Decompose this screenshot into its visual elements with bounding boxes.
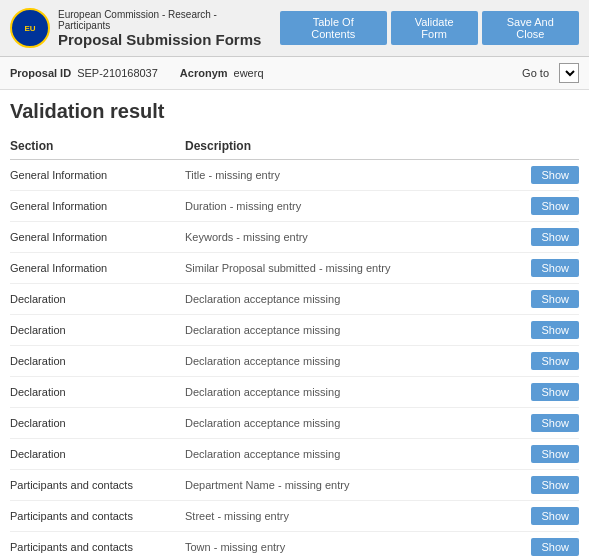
- table-row: DeclarationDeclaration acceptance missin…: [10, 408, 579, 439]
- show-button[interactable]: Show: [531, 259, 579, 277]
- show-button[interactable]: Show: [531, 166, 579, 184]
- header-title: Proposal Submission Forms: [58, 31, 270, 48]
- row-action: Show: [519, 284, 579, 315]
- col-header-action: [519, 135, 579, 160]
- page-content: Validation result Section Description Ge…: [0, 90, 589, 558]
- show-button[interactable]: Show: [531, 352, 579, 370]
- row-section: Declaration: [10, 377, 185, 408]
- row-description: Declaration acceptance missing: [185, 439, 519, 470]
- table-row: DeclarationDeclaration acceptance missin…: [10, 346, 579, 377]
- row-action: Show: [519, 532, 579, 559]
- validation-table: Section Description General InformationT…: [10, 135, 579, 558]
- row-description: Street - missing entry: [185, 501, 519, 532]
- table-row: General InformationTitle - missing entry…: [10, 160, 579, 191]
- row-description: Declaration acceptance missing: [185, 377, 519, 408]
- row-action: Show: [519, 191, 579, 222]
- row-action: Show: [519, 315, 579, 346]
- app-header: EU European Commission - Research - Part…: [0, 0, 589, 57]
- show-button[interactable]: Show: [531, 383, 579, 401]
- row-action: Show: [519, 470, 579, 501]
- row-description: Declaration acceptance missing: [185, 284, 519, 315]
- row-description: Declaration acceptance missing: [185, 408, 519, 439]
- toc-button[interactable]: Table Of Contents: [280, 11, 387, 45]
- show-button[interactable]: Show: [531, 507, 579, 525]
- table-row: DeclarationDeclaration acceptance missin…: [10, 377, 579, 408]
- row-section: Declaration: [10, 346, 185, 377]
- row-section: Participants and contacts: [10, 470, 185, 501]
- row-description: Keywords - missing entry: [185, 222, 519, 253]
- page-title: Validation result: [10, 100, 579, 123]
- proposal-bar: Proposal ID SEP-210168037 Acronym ewerq …: [0, 57, 589, 90]
- table-row: Participants and contactsDepartment Name…: [10, 470, 579, 501]
- table-row: Participants and contactsStreet - missin…: [10, 501, 579, 532]
- proposal-id-label: Proposal ID: [10, 67, 71, 79]
- row-description: Declaration acceptance missing: [185, 346, 519, 377]
- show-button[interactable]: Show: [531, 290, 579, 308]
- row-description: Town - missing entry: [185, 532, 519, 559]
- row-action: Show: [519, 501, 579, 532]
- col-header-section: Section: [10, 135, 185, 160]
- table-row: General InformationDuration - missing en…: [10, 191, 579, 222]
- row-description: Duration - missing entry: [185, 191, 519, 222]
- row-description: Similar Proposal submitted - missing ent…: [185, 253, 519, 284]
- header-subtitle: European Commission - Research - Partici…: [58, 9, 270, 31]
- row-section: Declaration: [10, 408, 185, 439]
- row-section: Declaration: [10, 284, 185, 315]
- table-row: DeclarationDeclaration acceptance missin…: [10, 439, 579, 470]
- row-section: Participants and contacts: [10, 532, 185, 559]
- row-section: General Information: [10, 222, 185, 253]
- save-close-button[interactable]: Save And Close: [482, 11, 579, 45]
- table-row: DeclarationDeclaration acceptance missin…: [10, 315, 579, 346]
- goto-label: Go to: [522, 67, 549, 79]
- row-action: Show: [519, 160, 579, 191]
- row-action: Show: [519, 222, 579, 253]
- row-action: Show: [519, 439, 579, 470]
- header-buttons: Table Of Contents Validate Form Save And…: [280, 11, 579, 45]
- row-section: General Information: [10, 160, 185, 191]
- col-header-description: Description: [185, 135, 519, 160]
- acronym-label: Acronym: [180, 67, 228, 79]
- show-button[interactable]: Show: [531, 321, 579, 339]
- validate-button[interactable]: Validate Form: [391, 11, 478, 45]
- show-button[interactable]: Show: [531, 414, 579, 432]
- table-row: Participants and contactsTown - missing …: [10, 532, 579, 559]
- table-row: General InformationKeywords - missing en…: [10, 222, 579, 253]
- eu-logo-text: EU: [24, 24, 35, 33]
- show-button[interactable]: Show: [531, 476, 579, 494]
- row-section: Declaration: [10, 439, 185, 470]
- table-header-row: Section Description: [10, 135, 579, 160]
- acronym-value: ewerq: [234, 67, 264, 79]
- row-description: Title - missing entry: [185, 160, 519, 191]
- header-text: European Commission - Research - Partici…: [58, 9, 270, 48]
- row-action: Show: [519, 346, 579, 377]
- row-action: Show: [519, 253, 579, 284]
- row-section: General Information: [10, 191, 185, 222]
- row-description: Department Name - missing entry: [185, 470, 519, 501]
- eu-logo: EU: [10, 8, 50, 48]
- goto-select[interactable]: [559, 63, 579, 83]
- show-button[interactable]: Show: [531, 538, 579, 556]
- row-action: Show: [519, 408, 579, 439]
- row-action: Show: [519, 377, 579, 408]
- row-section: Participants and contacts: [10, 501, 185, 532]
- logo-area: EU European Commission - Research - Part…: [10, 8, 270, 48]
- show-button[interactable]: Show: [531, 228, 579, 246]
- proposal-id-value: SEP-210168037: [77, 67, 158, 79]
- row-description: Declaration acceptance missing: [185, 315, 519, 346]
- show-button[interactable]: Show: [531, 197, 579, 215]
- table-row: General InformationSimilar Proposal subm…: [10, 253, 579, 284]
- show-button[interactable]: Show: [531, 445, 579, 463]
- table-row: DeclarationDeclaration acceptance missin…: [10, 284, 579, 315]
- row-section: General Information: [10, 253, 185, 284]
- row-section: Declaration: [10, 315, 185, 346]
